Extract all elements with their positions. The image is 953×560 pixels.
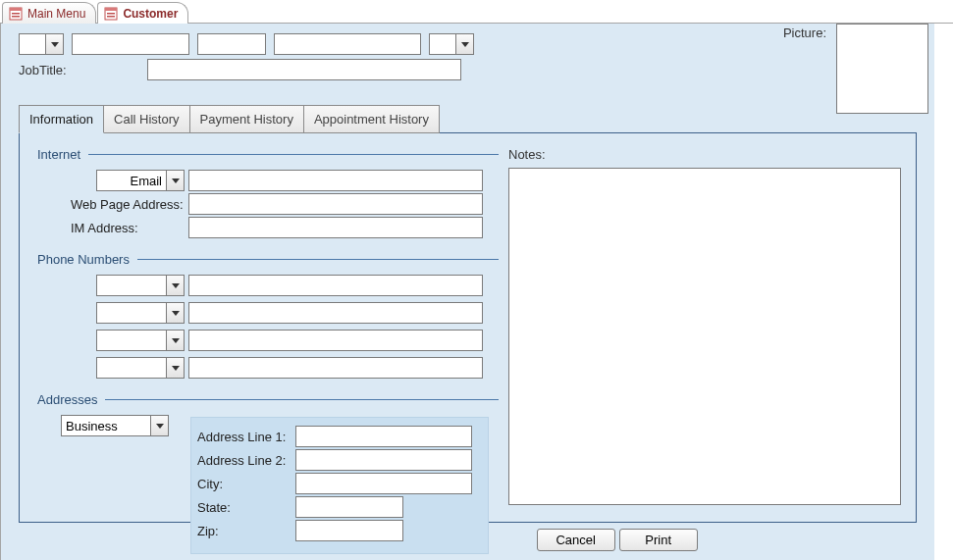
addr-line1-label: Address Line 1: — [197, 430, 295, 444]
addr-state-input[interactable] — [295, 496, 403, 518]
phone-type-combo[interactable] — [96, 357, 185, 379]
phone-input[interactable] — [188, 302, 483, 324]
phone-type-input[interactable] — [97, 303, 166, 323]
cancel-button[interactable]: Cancel — [537, 529, 615, 551]
page-tab-main-menu[interactable]: Main Menu — [2, 2, 96, 24]
address-type-combo[interactable] — [61, 415, 169, 436]
phone-type-combo[interactable] — [96, 275, 185, 296]
first-name-input[interactable] — [72, 33, 189, 55]
chevron-down-icon — [172, 178, 180, 183]
prefix-dropdown-button[interactable] — [45, 34, 63, 54]
tab-information[interactable]: Information — [19, 105, 104, 133]
chevron-down-icon — [51, 42, 59, 47]
addr-zip-label: Zip: — [197, 524, 295, 538]
chevron-down-icon — [172, 366, 180, 371]
page-tab-customer[interactable]: Customer — [97, 2, 188, 24]
form-icon — [9, 7, 23, 21]
jobtitle-input[interactable] — [147, 59, 461, 80]
phone-type-input[interactable] — [97, 276, 166, 295]
group-label: Addresses — [37, 392, 97, 407]
prefix-input[interactable] — [20, 34, 45, 54]
web-input[interactable] — [188, 193, 483, 215]
document-tabs: Main Menu Customer — [0, 0, 953, 24]
email-type-input[interactable] — [97, 171, 166, 190]
svg-rect-6 — [107, 13, 115, 15]
chevron-down-icon — [172, 283, 180, 288]
svg-rect-2 — [12, 13, 20, 15]
form-icon — [104, 7, 118, 21]
addr-zip-input[interactable] — [295, 520, 403, 541]
phone-type-combo[interactable] — [96, 330, 185, 351]
suffix-combo[interactable] — [429, 33, 474, 55]
phones-group: Phone Numbers — [37, 252, 499, 267]
middle-name-input[interactable] — [197, 33, 266, 55]
email-type-dropdown-button[interactable] — [166, 171, 184, 190]
svg-rect-1 — [10, 8, 22, 11]
phone-input[interactable] — [188, 275, 483, 296]
phone-input[interactable] — [188, 330, 483, 351]
picture-label: Picture: — [783, 24, 826, 114]
email-input[interactable] — [188, 170, 483, 191]
notes-textarea[interactable] — [508, 168, 901, 505]
tabstrip: Information Call History Payment History… — [19, 105, 917, 133]
address-type-input[interactable] — [62, 416, 150, 435]
chevron-down-icon — [172, 338, 180, 343]
svg-rect-5 — [105, 8, 117, 11]
picture-section: Picture: — [783, 24, 928, 114]
page-tab-label: Main Menu — [27, 7, 85, 21]
addr-state-label: State: — [197, 500, 295, 515]
name-row — [19, 33, 917, 55]
addr-line1-input[interactable] — [295, 426, 472, 447]
jobtitle-row: JobTitle: — [19, 59, 917, 80]
divider — [105, 399, 499, 400]
group-label: Internet — [37, 147, 80, 162]
addr-line2-input[interactable] — [295, 449, 472, 471]
address-type-dropdown-button[interactable] — [150, 416, 168, 435]
im-input[interactable] — [188, 217, 483, 238]
tab-appointment-history[interactable]: Appointment History — [303, 105, 440, 133]
phone-type-input[interactable] — [97, 331, 166, 350]
last-name-input[interactable] — [274, 33, 421, 55]
addr-line2-label: Address Line 2: — [197, 453, 295, 468]
prefix-combo[interactable] — [19, 33, 64, 55]
svg-rect-7 — [107, 16, 115, 18]
phone-type-input[interactable] — [97, 358, 166, 378]
jobtitle-label: JobTitle: — [19, 63, 67, 77]
picture-box[interactable] — [836, 24, 928, 114]
right-column: Notes: — [508, 143, 904, 508]
divider — [88, 154, 499, 155]
information-panel: Internet Web Page Address: — [19, 132, 917, 523]
im-label: IM Address: — [37, 221, 185, 235]
suffix-dropdown-button[interactable] — [455, 34, 473, 54]
phone-type-dropdown-button[interactable] — [166, 276, 184, 295]
phone-input[interactable] — [188, 357, 483, 379]
address-panel: Address Line 1: Address Line 2: City: St… — [190, 417, 489, 554]
suffix-input[interactable] — [430, 34, 455, 54]
addr-city-input[interactable] — [295, 473, 472, 494]
left-column: Internet Web Page Address: — [37, 143, 499, 508]
print-button[interactable]: Print — [619, 529, 698, 551]
group-label: Phone Numbers — [37, 252, 130, 267]
chevron-down-icon — [461, 42, 469, 47]
notes-label: Notes: — [508, 147, 904, 162]
svg-rect-3 — [12, 16, 20, 18]
divider — [137, 259, 499, 260]
page-tab-label: Customer — [123, 7, 178, 21]
addresses-group: Addresses — [37, 392, 499, 407]
internet-group: Internet — [37, 147, 499, 162]
email-type-combo[interactable] — [96, 170, 185, 191]
chevron-down-icon — [172, 311, 180, 316]
phone-type-dropdown-button[interactable] — [166, 303, 184, 323]
web-label: Web Page Address: — [37, 197, 185, 212]
detail-tabs: Information Call History Payment History… — [19, 105, 917, 523]
phone-type-dropdown-button[interactable] — [166, 331, 184, 350]
phone-type-dropdown-button[interactable] — [166, 358, 184, 378]
customer-form: JobTitle: Picture: Information Call Hist… — [0, 24, 934, 560]
tabstrip-spacer — [439, 105, 917, 133]
tab-payment-history[interactable]: Payment History — [189, 105, 304, 133]
tab-call-history[interactable]: Call History — [103, 105, 189, 133]
addr-city-label: City: — [197, 477, 295, 491]
phone-type-combo[interactable] — [96, 302, 185, 324]
chevron-down-icon — [156, 424, 164, 429]
